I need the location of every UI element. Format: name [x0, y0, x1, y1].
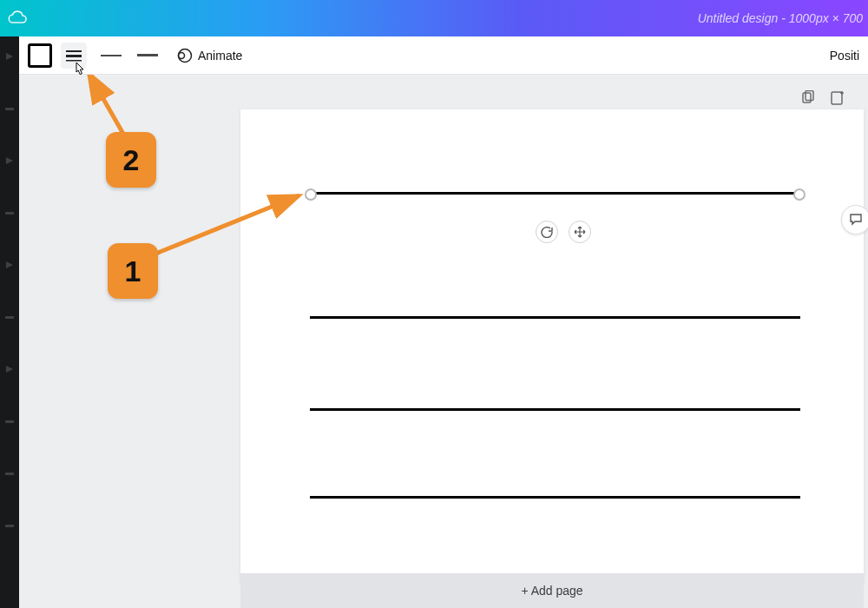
position-button[interactable]: Positi — [830, 49, 859, 63]
line-style-group — [101, 54, 158, 56]
new-page-icon[interactable] — [830, 90, 845, 109]
svg-rect-5 — [5, 525, 14, 527]
svg-rect-1 — [5, 212, 14, 215]
canvas-line-4[interactable] — [310, 496, 800, 499]
annotation-callout-1: 1 — [108, 243, 158, 299]
svg-rect-7 — [66, 55, 82, 57]
rail-item[interactable] — [3, 304, 16, 330]
rail-item[interactable] — [3, 200, 16, 226]
move-icon — [574, 226, 586, 238]
editor-workspace: + Add page 2 1 — [19, 75, 868, 608]
animate-label: Animate — [198, 49, 242, 63]
svg-rect-13 — [832, 92, 842, 104]
rail-item[interactable] — [3, 252, 16, 278]
svg-rect-4 — [5, 473, 14, 475]
svg-rect-11 — [803, 93, 811, 102]
comment-icon — [848, 212, 864, 228]
rail-item[interactable] — [3, 43, 16, 69]
svg-rect-6 — [66, 50, 82, 52]
svg-line-14 — [89, 75, 123, 134]
element-float-controls — [536, 221, 591, 243]
left-tool-rail — [0, 36, 19, 608]
duplicate-page-icon[interactable] — [800, 90, 816, 109]
document-title[interactable]: Untitled design - 868px × 608 — [698, 11, 863, 25]
line-style-thick[interactable] — [137, 54, 158, 56]
rail-item[interactable] — [3, 148, 16, 174]
line-color-swatch[interactable] — [28, 43, 52, 68]
add-comment-button[interactable] — [841, 205, 868, 235]
move-handle[interactable] — [569, 221, 591, 243]
svg-rect-0 — [5, 108, 14, 110]
rail-item[interactable] — [3, 408, 16, 434]
element-context-toolbar: Animate Positi — [19, 36, 868, 75]
svg-rect-2 — [5, 316, 14, 319]
add-page-label: + Add page — [521, 584, 582, 598]
svg-rect-3 — [5, 420, 14, 423]
animate-button[interactable]: Animate — [177, 48, 242, 63]
rotate-handle[interactable] — [536, 221, 558, 243]
annotation-2-label: 2 — [123, 143, 140, 177]
rail-item[interactable] — [3, 460, 16, 486]
page-actions — [800, 90, 845, 109]
canvas-line-2[interactable] — [310, 316, 800, 319]
svg-rect-12 — [806, 91, 813, 101]
line-weight-icon — [66, 50, 82, 62]
svg-rect-8 — [66, 60, 82, 62]
rail-item[interactable] — [3, 356, 16, 382]
rail-item[interactable] — [3, 96, 16, 122]
line-weight-button[interactable] — [61, 43, 87, 69]
annotation-1-label: 1 — [125, 254, 141, 288]
rotate-icon — [541, 226, 553, 238]
cloud-sync-icon[interactable] — [7, 10, 28, 27]
app-header: Untitled design - 868px × 608 — [0, 0, 868, 36]
animate-motion-icon — [177, 48, 193, 63]
design-page[interactable] — [240, 109, 864, 584]
svg-point-10 — [179, 52, 185, 58]
rail-item[interactable] — [3, 512, 16, 539]
annotation-callout-2: 2 — [106, 132, 156, 188]
line-style-thin[interactable] — [101, 55, 122, 56]
canvas-line-1[interactable] — [310, 192, 800, 195]
add-page-button[interactable]: + Add page — [240, 573, 864, 608]
canvas-line-3[interactable] — [310, 408, 800, 411]
